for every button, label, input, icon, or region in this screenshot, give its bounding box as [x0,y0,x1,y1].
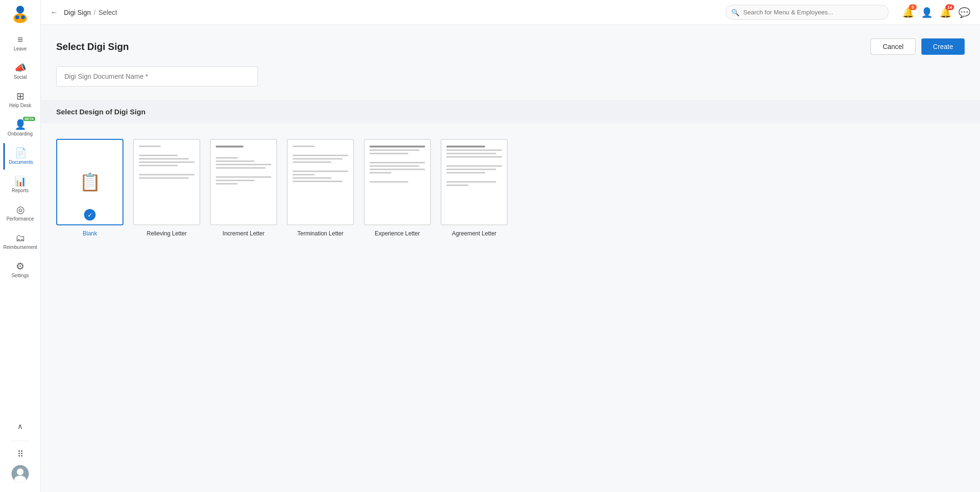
topbar: ← Digi Sign / Select 🔍 🔔 0 👤 [41,0,980,25]
back-button[interactable]: ← [50,8,58,17]
page-header: Select Digi Sign Cancel Create [56,38,965,55]
reports-icon: 📊 [14,176,26,186]
template-name-blank: Blank [83,230,97,237]
sidebar-item-settings[interactable]: ⚙ Settings [3,257,37,283]
sidebar: ≡ Leave 📣 Social ⊞ Help Desk BETA 👤 Onbo… [0,0,41,492]
template-preview-increment [210,139,277,225]
line [293,177,331,179]
line [216,183,238,184]
line [216,167,266,169]
line [216,180,255,181]
sidebar-item-reimbursement[interactable]: 🗂 Reimbursement [3,228,37,255]
line [139,165,178,166]
svg-point-2 [15,15,19,19]
line [446,165,502,167]
template-preview-blank: 📋 ✓ [56,139,123,225]
template-name-relieving: Relieving Letter [147,230,186,237]
search-icon: 🔍 [731,9,739,16]
settings-icon: ⚙ [16,261,24,271]
line [216,157,238,159]
templates-grid: 📋 ✓ Blank [56,133,965,237]
template-preview-relieving [133,139,200,225]
template-preview-agreement [441,139,508,225]
line [446,153,496,154]
main-area: ← Digi Sign / Select 🔍 🔔 0 👤 [41,0,980,492]
sidebar-item-reports[interactable]: 📊 Reports [3,172,37,198]
back-icon: ← [50,8,58,17]
fire-badge: 0 [909,4,917,10]
line [293,158,343,160]
svg-point-5 [17,468,24,475]
line [369,165,419,167]
main-content: Select Digi Sign Cancel Create Select De… [41,25,980,492]
notifications-button[interactable]: 🔔 14 [940,7,952,18]
chat-icon: 💬 [958,7,970,18]
cancel-button[interactable]: Cancel [870,38,916,55]
template-relieving[interactable]: Relieving Letter [133,139,200,237]
sidebar-item-helpdesk[interactable]: ⊞ Help Desk [3,86,37,113]
sidebar-separator [11,441,30,441]
line [369,153,408,154]
chat-button[interactable]: 💬 [958,7,970,18]
page-title: Select Digi Sign [56,41,129,52]
chevron-up-icon: ∧ [17,422,23,431]
template-experience[interactable]: Experience Letter [364,139,431,237]
line [446,181,496,183]
blank-doc-icon: 📋 [79,172,101,192]
notification-count: 14 [945,4,954,10]
sidebar-item-leave[interactable]: ≡ Leave [3,30,37,56]
line [293,171,348,172]
avatar[interactable] [12,465,29,482]
line [216,146,244,148]
template-increment[interactable]: Increment Letter [210,139,277,237]
line [293,181,343,182]
line [139,174,195,175]
breadcrumb-parent[interactable]: Digi Sign [64,9,91,16]
template-name-experience: Experience Letter [375,230,420,237]
sidebar-grid-icon[interactable]: ⠿ [13,445,27,463]
sidebar-item-social[interactable]: 📣 Social [3,58,37,85]
line [369,172,392,173]
line [293,155,348,156]
line [446,184,468,186]
app-logo[interactable] [10,5,30,25]
fire-icon-button[interactable]: 🔔 0 [902,7,914,18]
design-section-title: Select Design of Digi Sign [41,100,980,123]
line [216,160,255,162]
line [293,174,315,175]
performance-icon: ◎ [16,205,24,214]
breadcrumb: Digi Sign / Select [64,9,117,16]
line [446,146,485,148]
line [446,172,485,173]
create-button[interactable]: Create [921,38,965,55]
template-blank[interactable]: 📋 ✓ Blank [56,139,123,237]
document-name-input[interactable] [56,66,258,86]
template-preview-experience [364,139,431,225]
line [369,162,425,163]
documents-icon: 📄 [15,148,27,158]
search-input[interactable] [725,5,889,20]
line [293,146,315,147]
profile-icon-button[interactable]: 👤 [921,7,933,18]
sidebar-item-documents[interactable]: 📄 Documents [3,143,37,170]
line [369,169,425,170]
line [216,176,271,178]
svg-point-0 [16,6,24,13]
sidebar-item-onboarding[interactable]: BETA 👤 Onboarding [3,115,37,141]
line [139,161,195,163]
sidebar-collapse-btn[interactable]: ∧ [3,417,37,436]
line [139,177,189,179]
sidebar-item-performance[interactable]: ◎ Performance [3,200,37,226]
template-termination[interactable]: Termination Letter [287,139,354,237]
reimbursement-icon: 🗂 [15,233,25,243]
breadcrumb-separator: / [94,9,96,16]
line [369,146,425,148]
header-actions: Cancel Create [870,38,965,55]
helpdesk-icon: ⊞ [16,91,24,101]
svg-point-3 [21,15,25,19]
leave-icon: ≡ [17,35,23,44]
selected-check-blank: ✓ [84,209,96,221]
svg-point-1 [13,13,27,23]
template-agreement[interactable]: Agreement Letter [441,139,508,237]
user-icon: 👤 [921,7,933,18]
